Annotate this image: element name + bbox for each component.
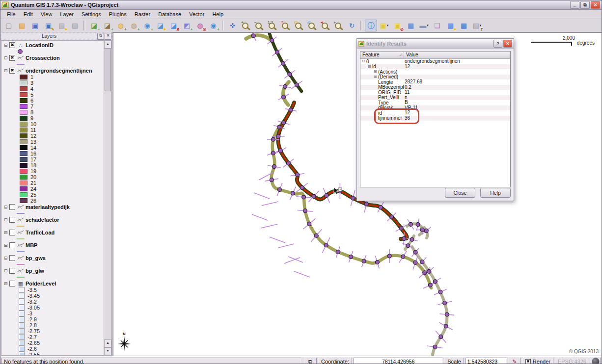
expander-icon[interactable]: ⊟ bbox=[4, 282, 8, 286]
add-raster-layer-button[interactable]: ◪ + bbox=[101, 20, 113, 31]
pan-map-button[interactable]: ✜ bbox=[226, 20, 239, 31]
identify-button[interactable]: ⓘ bbox=[365, 20, 377, 31]
layer-checkbox[interactable] bbox=[9, 230, 15, 235]
layer-checkbox[interactable] bbox=[9, 217, 15, 223]
expander-icon[interactable]: ⊟ bbox=[4, 56, 8, 60]
zoom-to-layer-button[interactable]: ▱ bbox=[306, 20, 318, 31]
identify-row[interactable]: Type B bbox=[360, 100, 510, 105]
map-canvas[interactable]: N ? 2,000 degrees © QGIS 2013 Identif bbox=[113, 32, 602, 356]
layer-tree-row[interactable] bbox=[1, 261, 104, 267]
row-expander-icon[interactable]: ⊞ bbox=[374, 70, 378, 74]
zoom-full-button[interactable]: ▭ bbox=[293, 20, 305, 31]
layer-checkbox[interactable] bbox=[9, 204, 15, 210]
expander-icon[interactable]: ⊟ bbox=[4, 256, 8, 260]
layer-tree-row[interactable]: -3.2 bbox=[1, 299, 104, 305]
layer-tree-row[interactable]: 18 bbox=[1, 162, 104, 168]
layer-tree-row[interactable] bbox=[1, 61, 104, 67]
identify-row[interactable]: dijkvak VP-11 bbox=[360, 105, 510, 111]
layer-tree-row[interactable]: -2.65 bbox=[1, 340, 104, 346]
zoom-out-button[interactable]: − bbox=[253, 20, 265, 31]
layer-tree-row[interactable]: -2.8 bbox=[1, 322, 104, 328]
layer-checkbox[interactable] bbox=[9, 242, 15, 248]
layer-checkbox[interactable]: ✖ bbox=[9, 55, 15, 61]
layer-tree-row[interactable]: -2.7 bbox=[1, 334, 104, 340]
layer-tree-row[interactable]: 21 bbox=[1, 180, 104, 186]
menu-item[interactable]: Help bbox=[208, 11, 227, 18]
expander-icon[interactable]: ⊟ bbox=[4, 269, 8, 273]
menu-item[interactable]: Layer bbox=[56, 11, 78, 18]
layer-tree-row[interactable]: -3 bbox=[1, 311, 104, 316]
layer-tree-row[interactable]: -2.6 bbox=[1, 346, 104, 352]
layer-tree-row[interactable] bbox=[1, 249, 104, 255]
add-spatialite-layer-button[interactable]: ◍ + bbox=[128, 20, 140, 31]
menu-item[interactable]: Plugins bbox=[105, 11, 131, 18]
row-expander-icon[interactable]: ⊟ bbox=[362, 59, 366, 63]
menu-item[interactable]: File bbox=[3, 11, 20, 18]
dropdown-arrow-icon[interactable]: ▾ bbox=[387, 24, 389, 27]
layer-tree-row[interactable]: ⊟ MBP bbox=[1, 242, 104, 249]
layer-tree-row[interactable]: -2.9 bbox=[1, 316, 104, 322]
layer-tree-row[interactable]: -2.75 bbox=[1, 328, 104, 334]
add-vector-layer-button[interactable]: ◪ + bbox=[88, 20, 100, 31]
layer-tree-row[interactable]: 17 bbox=[1, 156, 104, 162]
layer-tree-row[interactable]: 12 bbox=[1, 133, 104, 139]
menu-item[interactable]: Database bbox=[154, 11, 185, 18]
measure-button[interactable]: ▬ ▾ bbox=[418, 20, 430, 31]
identify-row[interactable]: ORIG_FID 11 bbox=[360, 90, 510, 95]
new-print-composer-button[interactable]: ▤ ✶ bbox=[55, 20, 68, 31]
refresh-button[interactable]: ↻ bbox=[346, 20, 358, 31]
render-toggle[interactable]: ✖ Render bbox=[522, 358, 553, 364]
save-project-button[interactable]: ▣ bbox=[29, 20, 41, 31]
scroll-down-icon[interactable]: ▼ bbox=[104, 347, 111, 355]
dialog-help-icon[interactable]: ? bbox=[493, 40, 502, 48]
identify-row[interactable]: Pert_Veili n bbox=[360, 95, 510, 101]
layer-checkbox[interactable]: ✖ bbox=[9, 42, 15, 48]
zoom-in-button[interactable]: + bbox=[240, 20, 252, 31]
layer-tree-row[interactable]: ⊟ ✖ ∴ LocationID bbox=[1, 42, 104, 49]
zoom-last-button[interactable]: ◂ bbox=[319, 20, 331, 31]
menu-item[interactable]: Edit bbox=[20, 11, 37, 18]
zoom-to-selection-button[interactable]: ∷ bbox=[279, 20, 292, 31]
new-bookmark-button[interactable]: ▦ ✶ bbox=[444, 20, 457, 31]
layer-checkbox[interactable] bbox=[9, 255, 15, 261]
identify-row[interactable]: id 12 bbox=[360, 110, 510, 116]
expander-icon[interactable]: ⊟ bbox=[4, 243, 8, 248]
layer-checkbox[interactable]: ✖ bbox=[9, 68, 15, 74]
crs-status[interactable]: EPSG:4326 bbox=[555, 358, 589, 364]
dropdown-arrow-icon[interactable]: ▾ bbox=[427, 24, 429, 27]
layer-checkbox[interactable] bbox=[9, 281, 15, 286]
panel-float-icon[interactable]: ⧉ bbox=[97, 33, 104, 40]
layers-scrollbar[interactable]: ▲ ▲ ▼ bbox=[104, 41, 111, 355]
scrollbar-thumb[interactable] bbox=[105, 48, 111, 91]
layer-tree-row[interactable]: ⊟ ✖ ondergrondsegmentlijnen bbox=[1, 67, 104, 74]
layer-tree-row[interactable]: 9 bbox=[1, 115, 104, 121]
layer-tree-row[interactable]: -2.55 bbox=[1, 352, 104, 356]
layer-tree-row[interactable]: 13 bbox=[1, 139, 104, 145]
expander-icon[interactable]: ⊟ bbox=[4, 43, 8, 48]
layer-tree-row[interactable]: ⊟ schadefactor bbox=[1, 216, 104, 223]
layer-tree-row[interactable]: ⊟ ✖ Crosssection bbox=[1, 54, 104, 61]
row-expander-icon[interactable]: ⊟ bbox=[368, 65, 372, 69]
close-button[interactable]: ✕ bbox=[591, 1, 600, 9]
scroll-up-icon[interactable]: ▲ bbox=[104, 41, 111, 49]
layer-tree-row[interactable]: 10 bbox=[1, 121, 104, 127]
layer-tree-row[interactable] bbox=[1, 236, 104, 242]
layer-tree-row[interactable]: -3.05 bbox=[1, 305, 104, 311]
layer-tree-row[interactable]: 19 bbox=[1, 168, 104, 174]
add-wfs-layer-button[interactable]: ◉ + bbox=[141, 20, 153, 31]
restore-button[interactable]: ⧉ bbox=[580, 1, 590, 9]
dialog-close-icon[interactable]: ✕ bbox=[503, 40, 512, 48]
panel-close-icon[interactable]: ✕ bbox=[105, 33, 111, 40]
open-project-button[interactable]: ▤ bbox=[16, 20, 28, 31]
map-tips-button[interactable]: ❏ bbox=[431, 20, 443, 31]
layer-tree-row[interactable]: -3.45 bbox=[1, 293, 104, 299]
identify-row[interactable]: Lengte 2827.68 bbox=[360, 79, 510, 85]
layer-tree-row[interactable]: 14 bbox=[1, 145, 104, 151]
remove-layer-button[interactable]: ◪ ✘ bbox=[167, 20, 180, 31]
dialog-titlebar[interactable]: Identify Results ? ✕ bbox=[357, 39, 514, 49]
layer-tree-row[interactable]: 26 bbox=[1, 198, 104, 204]
layer-tree-row[interactable]: ⊟ TrafficLoad bbox=[1, 229, 104, 236]
identify-row[interactable]: ⊞ (Actions) bbox=[360, 69, 510, 75]
menu-item[interactable]: Settings bbox=[78, 11, 105, 18]
close-button[interactable]: Close bbox=[445, 188, 475, 198]
